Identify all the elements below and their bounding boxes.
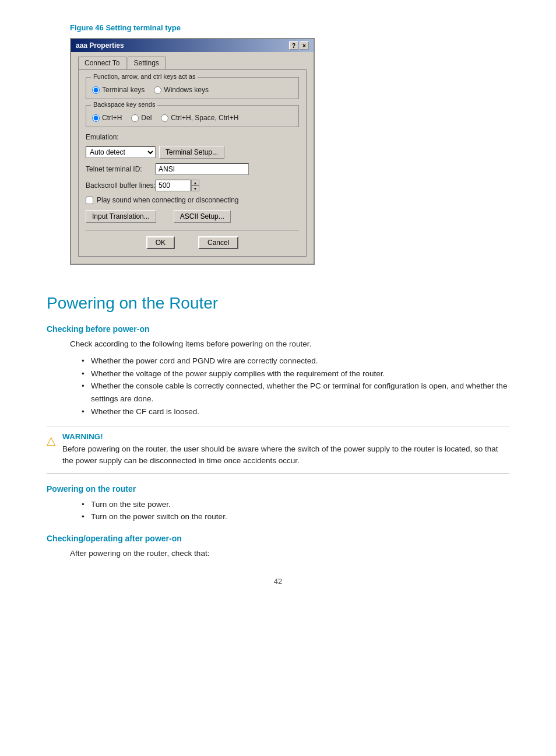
tab-settings[interactable]: Settings <box>128 57 166 69</box>
backscroll-spinner: ▲ ▼ <box>156 180 199 191</box>
radio-terminal-keys-input[interactable] <box>92 86 100 94</box>
radio-del-input[interactable] <box>131 114 139 122</box>
dialog-tabs: Connect To Settings <box>78 57 307 69</box>
telnet-row: Telnet terminal ID: <box>86 163 299 175</box>
titlebar-buttons: ? × <box>289 41 309 50</box>
backscroll-row: Backscroll buffer lines: ▲ ▼ <box>86 180 299 191</box>
input-translation-button[interactable]: Input Translation... <box>86 210 156 223</box>
spinner-buttons: ▲ ▼ <box>191 180 199 191</box>
radio-ctrl-h[interactable]: Ctrl+H <box>92 114 122 122</box>
subsection-checking-before: Checking before power-on <box>47 324 509 334</box>
subsection-checking-after: Checking/operating after power-on <box>47 534 509 543</box>
list-item-1: Whether the power cord and PGND wire are… <box>82 355 509 368</box>
backspace-group: Backspace key sends Ctrl+H Del Ctrl+H <box>86 105 299 127</box>
radio-del[interactable]: Del <box>131 114 152 122</box>
checking-after-intro: After powering on the router, check that… <box>70 548 509 559</box>
list-item-turn-switch: Turn on the power switch on the router. <box>82 510 509 523</box>
radio-terminal-keys[interactable]: Terminal keys <box>92 86 145 94</box>
backscroll-label: Backscroll buffer lines: <box>86 181 156 190</box>
tab-content-settings: Function, arrow, and ctrl keys act as Te… <box>78 69 307 257</box>
properties-dialog: aaa Properties ? × Connect To Settings F… <box>70 38 315 265</box>
tab-connect-to[interactable]: Connect To <box>78 57 126 69</box>
sound-checkbox[interactable] <box>86 197 93 204</box>
help-button[interactable]: ? <box>289 41 298 50</box>
telnet-input[interactable] <box>156 163 249 175</box>
backspace-options: Ctrl+H Del Ctrl+H, Space, Ctrl+H <box>92 114 293 122</box>
translation-buttons-row: Input Translation... ASCII Setup... <box>86 210 299 223</box>
emulation-row: Emulation: <box>86 133 299 141</box>
ascii-setup-button[interactable]: ASCII Setup... <box>174 210 231 223</box>
function-keys-options: Terminal keys Windows keys <box>92 86 293 94</box>
terminal-setup-button[interactable]: Terminal Setup... <box>159 146 224 159</box>
radio-ctrl-h-space-label: Ctrl+H, Space, Ctrl+H <box>171 114 238 122</box>
emulation-input-row: Auto detect Terminal Setup... <box>86 146 299 159</box>
emulation-dropdown-wrapper: Auto detect Terminal Setup... <box>86 146 224 159</box>
dialog-body: Connect To Settings Function, arrow, and… <box>71 52 314 264</box>
function-keys-label: Function, arrow, and ctrl keys act as <box>91 73 198 80</box>
checking-intro-text: Check according to the following items b… <box>70 338 509 350</box>
close-button[interactable]: × <box>300 41 309 50</box>
function-keys-group: Function, arrow, and ctrl keys act as Te… <box>86 77 299 99</box>
radio-windows-keys-label: Windows keys <box>164 86 209 94</box>
dialog-footer-buttons: OK Cancel <box>86 230 299 249</box>
warning-title: WARNING! <box>62 432 509 441</box>
list-item-2: Whether the voltage of the power supply … <box>82 368 509 380</box>
list-item-turn-site: Turn on the site power. <box>82 498 509 511</box>
radio-ctrl-h-space[interactable]: Ctrl+H, Space, Ctrl+H <box>161 114 238 122</box>
figure-dialog-wrapper: aaa Properties ? × Connect To Settings F… <box>70 38 315 265</box>
warning-icon: △ <box>47 433 55 447</box>
subsection-powering-on: Powering on the router <box>47 484 509 494</box>
emulation-dropdown[interactable]: Auto detect <box>86 146 156 158</box>
backscroll-field[interactable] <box>156 180 191 191</box>
section-heading: Powering on the Router <box>47 294 509 313</box>
backspace-label: Backspace key sends <box>91 101 157 108</box>
emulation-label: Emulation: <box>86 133 119 141</box>
checking-before-list: Whether the power cord and PGND wire are… <box>82 355 509 418</box>
telnet-label: Telnet terminal ID: <box>86 165 156 173</box>
list-item-4: Whether the CF card is loosed. <box>82 405 509 418</box>
warning-box: △ WARNING! Before powering on the router… <box>47 426 509 474</box>
sound-checkbox-label: Play sound when connecting or disconnect… <box>97 196 239 204</box>
spin-up-button[interactable]: ▲ <box>191 180 199 186</box>
radio-windows-keys[interactable]: Windows keys <box>154 86 209 94</box>
radio-windows-keys-input[interactable] <box>154 86 161 94</box>
radio-terminal-keys-label: Terminal keys <box>102 86 145 94</box>
page-number: 42 <box>47 577 509 586</box>
radio-ctrl-h-label: Ctrl+H <box>102 114 122 122</box>
sound-checkbox-row: Play sound when connecting or disconnect… <box>86 196 299 204</box>
radio-del-label: Del <box>141 114 152 122</box>
radio-ctrl-h-space-input[interactable] <box>161 114 168 122</box>
cancel-button[interactable]: Cancel <box>198 236 238 249</box>
figure-caption: Figure 46 Setting terminal type <box>70 23 509 32</box>
ok-button[interactable]: OK <box>146 236 175 249</box>
list-item-3: Whether the console cable is correctly c… <box>82 380 509 405</box>
dialog-title: aaa Properties <box>76 41 124 50</box>
warning-content: WARNING! Before powering on the router, … <box>62 432 509 467</box>
warning-text: Before powering on the router, the user … <box>62 443 509 467</box>
powering-on-list: Turn on the site power. Turn on the powe… <box>82 498 509 523</box>
spin-down-button[interactable]: ▼ <box>191 186 199 191</box>
dialog-titlebar: aaa Properties ? × <box>71 39 314 52</box>
radio-ctrl-h-input[interactable] <box>92 114 100 122</box>
